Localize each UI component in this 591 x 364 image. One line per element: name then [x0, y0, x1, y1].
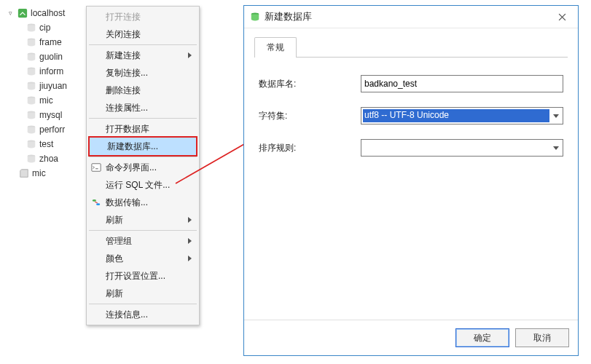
db-label: mysql [39, 110, 62, 120]
tab-bar: 常规 [254, 37, 568, 58]
connection-icon [17, 8, 28, 18]
close-button[interactable] [546, 6, 578, 28]
database-icon [26, 95, 36, 106]
menu-connection-properties[interactable]: 连接属性... [88, 99, 197, 116]
transfer-icon [91, 197, 101, 207]
db-label: test [39, 139, 53, 149]
database-name-input[interactable] [361, 75, 563, 92]
collation-value [363, 141, 549, 154]
chevron-down-icon[interactable] [549, 108, 563, 124]
cancel-button[interactable]: 取消 [515, 328, 569, 347]
database-icon [26, 66, 36, 76]
folder-icon [19, 168, 29, 178]
database-icon [26, 81, 36, 91]
menu-refresh[interactable]: 刷新 [88, 211, 197, 229]
menu-separator [89, 230, 197, 231]
menu-open-settings-location[interactable]: 打开设置位置... [88, 267, 197, 285]
database-icon [250, 12, 260, 22]
database-icon [26, 37, 36, 47]
menu-separator [89, 118, 197, 119]
dialog-title: 新建数据库 [265, 11, 312, 23]
svg-rect-11 [92, 164, 101, 172]
tab-underline [254, 57, 568, 58]
menu-close-connection[interactable]: 关闭连接 [88, 25, 197, 43]
menu-new-database[interactable]: 新建数据库... [88, 136, 197, 157]
menu-connection-info[interactable]: 连接信息... [88, 306, 197, 323]
chevron-down-icon[interactable] [549, 140, 563, 156]
mic-label: mic [32, 168, 46, 178]
menu-separator [89, 304, 197, 304]
database-icon [26, 52, 36, 62]
charset-value: utf8 -- UTF-8 Unicode [363, 109, 549, 122]
menu-open-connection[interactable]: 打开连接 [88, 8, 197, 25]
collapse-icon[interactable]: ▿ [6, 9, 15, 17]
db-label: inform [39, 66, 63, 76]
menu-cli[interactable]: 命令列界面... [88, 159, 197, 176]
database-icon [26, 154, 36, 164]
dialog-body: 常规 数据库名: 字符集: utf8 -- UTF-8 Unicode 排序规则… [244, 28, 578, 320]
menu-run-sql-file[interactable]: 运行 SQL 文件... [88, 176, 197, 194]
collation-select[interactable] [361, 139, 563, 157]
menu-color[interactable]: 颜色 [88, 250, 197, 267]
database-icon [26, 124, 36, 135]
svg-point-13 [96, 203, 100, 205]
label-collation: 排序规则: [259, 142, 361, 154]
menu-separator [89, 157, 197, 157]
db-label: jiuyuan [39, 81, 67, 91]
form: 数据库名: 字符集: utf8 -- UTF-8 Unicode 排序规则: [254, 75, 568, 157]
context-menu: 打开连接 关闭连接 新建连接 复制连接... 删除连接 连接属性... 打开数据… [86, 6, 200, 325]
terminal-icon [91, 162, 101, 173]
menu-duplicate-connection[interactable]: 复制连接... [88, 64, 197, 82]
database-icon [26, 110, 36, 120]
database-icon [26, 23, 36, 33]
menu-manage-group[interactable]: 管理组 [88, 232, 197, 250]
db-label: cip [39, 23, 50, 33]
label-database-name: 数据库名: [259, 78, 361, 90]
label-charset: 字符集: [259, 110, 361, 122]
database-icon [26, 139, 36, 149]
menu-refresh[interactable]: 刷新 [88, 285, 197, 302]
new-database-dialog: 新建数据库 常规 数据库名: 字符集: utf8 -- UTF-8 Unicod… [243, 5, 579, 356]
menu-open-database[interactable]: 打开数据库 [88, 120, 197, 138]
connection-label: localhost [31, 8, 65, 18]
db-label: guolin [39, 52, 63, 62]
tab-general[interactable]: 常规 [254, 37, 297, 58]
charset-select[interactable]: utf8 -- UTF-8 Unicode [361, 107, 563, 124]
close-icon [558, 13, 566, 21]
db-label: mic [39, 95, 53, 106]
menu-data-transfer[interactable]: 数据传输... [88, 194, 197, 211]
menu-delete-connection[interactable]: 删除连接 [88, 82, 197, 99]
db-label: zhoa [39, 154, 58, 164]
dialog-footer: 确定 取消 [244, 320, 578, 355]
db-label: perforr [39, 124, 65, 135]
menu-separator [89, 44, 197, 45]
menu-new-connection[interactable]: 新建连接 [88, 47, 197, 64]
svg-point-12 [93, 199, 96, 202]
ok-button[interactable]: 确定 [455, 328, 509, 347]
dialog-titlebar: 新建数据库 [244, 6, 578, 28]
db-label: frame [39, 37, 62, 47]
